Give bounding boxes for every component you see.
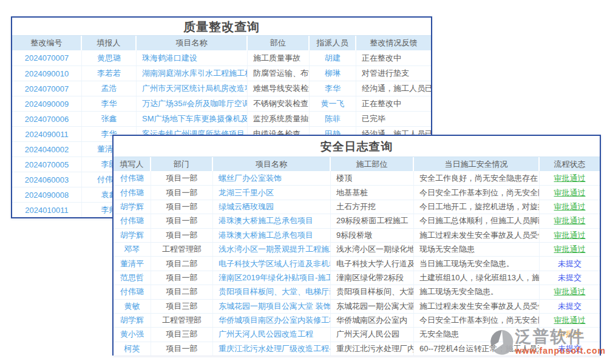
- cell-department: 项目三部: [151, 300, 213, 313]
- cell-project-link[interactable]: 重庆江北污水处理厂级改造工程-道路修复: [213, 342, 331, 356]
- cell-part: 监控系统质量抽查: [248, 112, 310, 126]
- table-row: 董清平项目二部电子科技大学区域人行道及非机动车道工程电子科技大学人行道及非...…: [114, 256, 600, 270]
- cell-project-link[interactable]: 湖南洞庭湖水库引水工程施工标: [137, 66, 248, 81]
- cell-work-part: 29标段桥面工程施工: [331, 214, 414, 228]
- cell-safety-situation: 施工过程未发生安全事故及人员受伤情况: [414, 300, 540, 313]
- cell-flow-status[interactable]: 未提交: [540, 300, 600, 313]
- cell-department: 项目三部: [151, 328, 213, 341]
- cell-safety-situation: 今日安全工作基本到位，尚无安全隐患...: [414, 186, 540, 199]
- safety-log-query-window: 安全日志查询 填写人部门项目名称施工部位当日施工安全情况流程状态 付伟璐项目一部…: [112, 135, 601, 356]
- column-header: 填报人: [82, 36, 137, 50]
- cell-rectify-id[interactable]: 2024010011: [12, 203, 82, 217]
- cell-writer[interactable]: 胡学辉: [114, 314, 151, 327]
- column-header: 部门: [151, 157, 213, 171]
- cell-rectify-id[interactable]: 2024070007: [12, 50, 82, 66]
- cell-safety-situation: 土建班组10人，绿化班组13人，施工现...: [414, 271, 540, 285]
- table-row: 邓琴工程管理部浅水湾小区一期景观提升工程施工浅水湾小区一期绿化地现场无安全隐患审…: [114, 242, 600, 256]
- cell-writer[interactable]: 邓琴: [114, 243, 151, 256]
- table-row: 胡学辉项目一部绿城云栖玫瑰园土石方开挖今日工地开工，旋挖机进场，对旋挖机...审…: [114, 200, 600, 214]
- column-header: 项目名称: [137, 36, 248, 50]
- cell-writer[interactable]: 付伟璐: [114, 214, 151, 228]
- cell-reporter[interactable]: 李华: [82, 96, 137, 111]
- cell-writer[interactable]: 付伟璐: [114, 186, 151, 199]
- cell-project-link[interactable]: SM广场地下车库更换摄像机及硬盘项目: [137, 112, 248, 126]
- cell-flow-status[interactable]: 审批通过: [540, 171, 600, 185]
- cell-project-link[interactable]: 潼南区2019年绿化补贴项目-施工2标段: [213, 271, 331, 285]
- cell-flow-status[interactable]: 未提交: [540, 271, 600, 285]
- cell-assignee[interactable]: 李华: [310, 81, 356, 96]
- cell-project-link[interactable]: 龙湖三千里小区: [213, 186, 331, 199]
- cell-writer[interactable]: 黄小强: [114, 328, 151, 341]
- cell-project-link[interactable]: 广州天河人民公园改造工程: [213, 328, 331, 341]
- column-header: 流程状态: [540, 157, 600, 171]
- cell-project-link[interactable]: 港珠澳大桥施工总承包项目: [213, 214, 331, 228]
- cell-work-part: 东城花园一期公寓大堂: [331, 300, 414, 313]
- cell-feedback: 正在整改中: [356, 96, 431, 111]
- cell-rectify-id[interactable]: 2024090008: [12, 187, 82, 202]
- safety-table-header: 填写人部门项目名称施工部位当日施工安全情况流程状态: [114, 157, 600, 171]
- cell-project-link[interactable]: 珠海鹤港口建设: [137, 50, 248, 66]
- cell-writer[interactable]: 胡学辉: [114, 200, 151, 214]
- cell-writer[interactable]: 黄敏: [114, 300, 151, 313]
- cell-assignee[interactable]: 胡建: [310, 50, 356, 66]
- cell-safety-situation: 今日安全工作基本到位，尚无安全隐患...: [414, 314, 540, 327]
- cell-flow-status[interactable]: 审批通过: [540, 214, 600, 228]
- cell-project-link[interactable]: 东城花园一期项目公寓大堂 装饰工程: [213, 300, 331, 313]
- cell-project-link[interactable]: 电子科技大学区域人行道及非机动车道工程: [213, 257, 331, 270]
- cell-project-link[interactable]: 贵阳项目样板间、大堂、电梯厅装修工程: [213, 285, 331, 298]
- cell-safety-situation: 今日施工总体顺利，但施工人员脚面烫伤: [414, 214, 540, 228]
- cell-rectify-id[interactable]: 2024040002: [12, 142, 82, 157]
- cell-project-link[interactable]: 广州市天河区统计局机房改造项目: [137, 81, 248, 96]
- column-header: 当日施工安全情况: [414, 157, 540, 171]
- cell-writer[interactable]: 柯英: [114, 342, 151, 356]
- cell-work-part: 重庆江北污水处理厂内部...: [331, 342, 414, 356]
- cell-rectify-id[interactable]: 2024090010: [12, 66, 82, 81]
- cell-writer[interactable]: 胡学辉: [114, 229, 151, 242]
- cell-writer[interactable]: 付伟璐: [114, 171, 151, 185]
- cell-flow-status[interactable]: 审批通过: [540, 314, 600, 327]
- cell-flow-status[interactable]: 审批通过: [540, 200, 600, 214]
- table-row: 2024070006张鑫SM广场地下车库更换摄像机及硬盘项目监控系统质量抽查陈菲…: [12, 111, 431, 126]
- cell-rectify-id[interactable]: 2024090009: [12, 96, 82, 111]
- cell-flow-status[interactable]: 审批通过: [540, 229, 600, 242]
- cell-rectify-id[interactable]: 2024060003: [12, 172, 82, 187]
- cell-reporter[interactable]: 孟浩: [82, 81, 137, 96]
- cell-rectify-id[interactable]: 2024070005: [12, 157, 82, 172]
- cell-feedback: 经沟通，施工人员已经更换...: [356, 81, 431, 96]
- table-row: 黄小强项目三部广州天河人民公园改造工程广州天河人民公园无安全隐患审批中: [114, 327, 600, 341]
- cell-assignee[interactable]: 陈菲: [310, 112, 356, 126]
- table-row: 2024070007孟浩广州市天河区统计局机房改造项目难燃导线安装检查李华经沟通…: [12, 81, 431, 96]
- cell-project-link[interactable]: 万达广场35#会所及咖啡厅空调安装工程: [137, 96, 248, 111]
- cell-reporter[interactable]: 黄思璐: [82, 50, 137, 66]
- cell-work-part: 地基基桩: [331, 186, 414, 199]
- table-row: 柯英项目一部重庆江北污水处理厂级改造工程-道路修复重庆江北污水处理厂内部...6…: [114, 342, 600, 356]
- cell-reporter[interactable]: 张鑫: [82, 112, 137, 126]
- cell-work-part: 贵阳项目样板间、大堂、...: [331, 285, 414, 298]
- cell-writer[interactable]: 董清平: [114, 257, 151, 270]
- cell-assignee[interactable]: 黄一飞: [310, 96, 356, 111]
- cell-safety-situation: 安全工作良好，尚无安全隐患存在: [414, 171, 540, 185]
- cell-rectify-id[interactable]: 2024090011: [12, 127, 82, 141]
- cell-reporter[interactable]: 李若若: [82, 66, 137, 81]
- cell-flow-status[interactable]: 未提交: [540, 342, 600, 356]
- cell-department: 项目一部: [151, 229, 213, 242]
- cell-safety-situation: 无安全隐患: [414, 328, 540, 341]
- cell-flow-status[interactable]: 审批通过: [540, 285, 600, 298]
- cell-flow-status[interactable]: 审批通过: [540, 186, 600, 199]
- cell-assignee[interactable]: 柳琳: [310, 66, 356, 81]
- cell-project-link[interactable]: 港珠澳大桥施工总承包项目: [213, 229, 331, 242]
- cell-flow-status[interactable]: 审批中: [540, 328, 600, 341]
- cell-writer[interactable]: 范思哲: [114, 271, 151, 285]
- cell-flow-status[interactable]: 未提交: [540, 257, 600, 270]
- cell-rectify-id[interactable]: 2024070006: [12, 112, 82, 126]
- cell-project-link[interactable]: 华侨城项目南区办公室内装修工程: [213, 314, 331, 327]
- cell-project-link[interactable]: 浅水湾小区一期景观提升工程施工: [213, 243, 331, 256]
- table-row: 2024090010李若若湖南洞庭湖水库引水工程施工标防腐管运输、布管柳琳对管进…: [12, 66, 431, 81]
- table-row: 付伟璐项目一部螺丝厂办公室装饰楼顶安全工作良好，尚无安全隐患存在审批通过: [114, 171, 600, 185]
- cell-project-link[interactable]: 螺丝厂办公室装饰: [213, 171, 331, 185]
- cell-project-link[interactable]: 绿城云栖玫瑰园: [213, 200, 331, 214]
- cell-writer[interactable]: 付伟璐: [114, 285, 151, 298]
- cell-rectify-id[interactable]: 2024070007: [12, 81, 82, 96]
- cell-flow-status[interactable]: 审批通过: [540, 243, 600, 256]
- cell-part: 防腐管运输、布管: [248, 66, 310, 81]
